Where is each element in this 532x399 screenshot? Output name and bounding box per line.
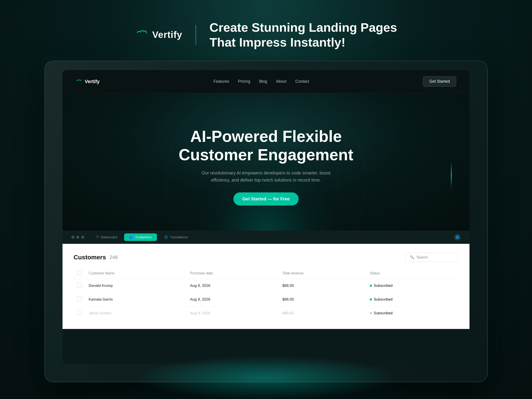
navbar: Vertify Features Pricing Blog About Cont… (63, 70, 469, 93)
nav-link-contact[interactable]: Contact (295, 79, 309, 84)
status-label: Subscribed (374, 297, 393, 302)
customers-table: Customer Name Purchase date Total revenu… (74, 268, 458, 320)
col-purchase-date: Purchase date (186, 268, 279, 279)
brand-logo-icon (135, 28, 148, 41)
status-badge: Subscribed (370, 297, 455, 302)
tab-dataguard[interactable]: 🛡 DataGuard (90, 234, 122, 241)
window-controls (71, 236, 84, 239)
customers-header: Customers 246 🔍 Search (74, 253, 458, 262)
browser-tabs: 🛡 DataGuard 👥 Customers 🌐 Translations 🌐 (63, 231, 469, 244)
status-dot-faded (370, 312, 372, 314)
window-dot-3 (81, 236, 84, 239)
row-customer-name: Jarvis Suarez (85, 306, 186, 320)
window-dot-1 (71, 236, 75, 239)
laptop-mockup: Vertify Features Pricing Blog About Cont… (44, 61, 488, 382)
row-purchase-date: Aug 9, 2026 (186, 306, 279, 320)
search-placeholder: Search (417, 255, 428, 259)
col-customer-name: Customer Name (85, 268, 186, 279)
brand-divider (196, 25, 196, 45)
brand-tagline: Create Stunning Landing Pages That Impre… (209, 20, 397, 50)
status-label: Subscribed (374, 284, 393, 288)
customers-title: Customers (74, 254, 106, 261)
table-row: Kamala Garris Aug 9, 2026 $88.00 Subscri… (74, 293, 458, 306)
row-checkbox-cell (74, 306, 85, 320)
top-branding: Vertify Create Stunning Landing Pages Th… (135, 20, 397, 50)
hero-title-line2: Customer Engagement (179, 146, 353, 164)
nav-link-features[interactable]: Features (214, 79, 229, 84)
brand-logo: Vertify (135, 28, 182, 41)
col-checkbox (74, 268, 85, 279)
tab-globe-button[interactable]: 🌐 (454, 234, 461, 241)
row-purchase-date: Aug 9, 2026 (186, 293, 279, 306)
hero-title-line1: AI-Powered Flexible (190, 127, 342, 145)
row-status: Subscribed (366, 306, 458, 320)
row-customer-name: Donald Krump (85, 279, 186, 293)
tab-translations[interactable]: 🌐 Translations (159, 234, 193, 241)
customers-count: 246 (109, 254, 118, 260)
nav-cta-button[interactable]: Get Started (423, 76, 456, 87)
nav-link-about[interactable]: About (276, 79, 286, 84)
search-box[interactable]: 🔍 Search (405, 253, 458, 262)
table-row: Donald Krump Aug 9, 2026 $88.00 Subscrib… (74, 279, 458, 293)
row-customer-name: Kamala Garris (85, 293, 186, 306)
row-checkbox-cell (74, 279, 85, 293)
brand-name: Vertify (152, 30, 182, 40)
row-revenue: $88.00 (279, 306, 366, 320)
status-badge: Subscribed (370, 311, 455, 316)
status-label: Subscribed (374, 311, 393, 316)
hero-accent-line (451, 162, 452, 188)
row-checkbox-cell (74, 293, 85, 306)
col-total-revenue: Total revenue (279, 268, 366, 279)
row-checkbox[interactable] (77, 297, 82, 301)
row-purchase-date: Aug 9, 2026 (186, 279, 279, 293)
customers-title-group: Customers 246 (74, 254, 118, 261)
table-row: Jarvis Suarez Aug 9, 2026 $88.00 Subscri… (74, 306, 458, 320)
shield-icon: 🛡 (96, 235, 99, 239)
globe-nav-icon: 🌐 (456, 235, 459, 239)
browser-content: Vertify Features Pricing Blog About Cont… (63, 70, 469, 364)
nav-link-pricing[interactable]: Pricing (238, 79, 250, 84)
status-badge: Subscribed (370, 284, 455, 288)
row-checkbox[interactable] (77, 283, 82, 287)
row-revenue: $88.00 (279, 279, 366, 293)
row-status: Subscribed (366, 279, 458, 293)
search-icon: 🔍 (410, 255, 414, 259)
users-icon: 👥 (129, 235, 134, 239)
hero-cta-button[interactable]: Get Started — for Free (234, 192, 298, 205)
nav-links: Features Pricing Blog About Contact (214, 79, 309, 84)
header-checkbox[interactable] (77, 271, 82, 275)
laptop-frame: Vertify Features Pricing Blog About Cont… (44, 61, 488, 382)
hero-section: AI-Powered Flexible Customer Engagement … (63, 93, 469, 231)
status-dot (370, 285, 372, 287)
col-status: Status (366, 268, 458, 279)
hero-title: AI-Powered Flexible Customer Engagement (179, 127, 353, 164)
customers-panel: Customers 246 🔍 Search Cus (63, 244, 469, 329)
table-body: Donald Krump Aug 9, 2026 $88.00 Subscrib… (74, 279, 458, 320)
row-revenue: $88.00 (279, 293, 366, 306)
tab-customers[interactable]: 👥 Customers (124, 234, 157, 241)
table-header: Customer Name Purchase date Total revenu… (74, 268, 458, 279)
row-status: Subscribed (366, 293, 458, 306)
nav-logo-icon (76, 78, 82, 85)
brand-tagline-line2: That Impress Instantly! (209, 35, 397, 50)
row-checkbox[interactable] (77, 310, 82, 315)
window-dot-2 (76, 236, 79, 239)
globe-icon: 🌐 (164, 235, 168, 239)
status-dot (370, 298, 372, 301)
nav-logo: Vertify (76, 78, 100, 85)
brand-tagline-line1: Create Stunning Landing Pages (209, 20, 397, 35)
hero-subtitle: Our revolutionary AI empowers developers… (200, 169, 332, 184)
nav-link-blog[interactable]: Blog (259, 79, 267, 84)
nav-logo-name: Vertify (85, 79, 100, 84)
